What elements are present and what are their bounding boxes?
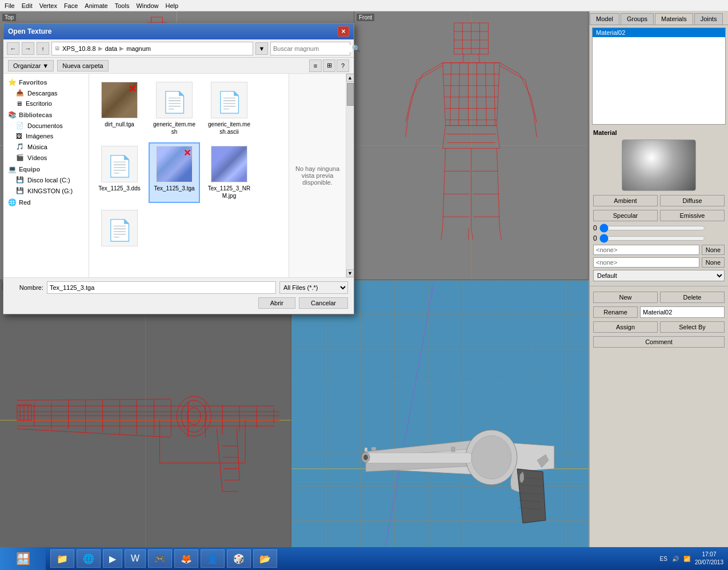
- tab-groups[interactable]: Groups: [621, 13, 654, 25]
- organizar-button[interactable]: Organizar ▼: [8, 60, 54, 71]
- right-panel: Model Groups Materials Joints Material02…: [589, 11, 728, 570]
- file-item-generic[interactable]: 📄: [94, 206, 145, 252]
- assign-button[interactable]: Assign: [593, 321, 658, 333]
- nav-escritorio[interactable]: 🖥 Escritorio: [3, 98, 89, 109]
- taskbar-app-media[interactable]: ▶: [103, 549, 122, 568]
- scroll-up-button[interactable]: ▲: [346, 74, 354, 82]
- menu-animate[interactable]: Animate: [85, 2, 107, 9]
- filetype-dropdown[interactable]: All Files (*.*): [279, 281, 348, 294]
- svg-line-85: [423, 63, 443, 74]
- diffuse-button[interactable]: Diffuse: [660, 195, 725, 206]
- none-input-2[interactable]: [593, 257, 699, 268]
- default-dropdown[interactable]: Default: [593, 270, 725, 281]
- menu-file[interactable]: File: [5, 2, 15, 9]
- help-btn[interactable]: ?: [337, 59, 349, 72]
- tab-model[interactable]: Model: [590, 13, 619, 25]
- scroll-track[interactable]: [346, 82, 354, 269]
- svg-line-88: [519, 74, 531, 97]
- up-button[interactable]: ↑: [37, 42, 49, 55]
- svg-line-84: [534, 114, 537, 137]
- material-item[interactable]: Material02: [593, 28, 725, 37]
- file-item-tga[interactable]: Tex_1125_3.tga: [149, 142, 200, 203]
- scroll-thumb[interactable]: [347, 83, 354, 106]
- ambient-button[interactable]: Ambient: [593, 195, 658, 206]
- menu-face[interactable]: Face: [64, 2, 78, 9]
- nueva-carpeta-button[interactable]: Nueva carpeta: [57, 60, 109, 71]
- file-item-dirt[interactable]: dirt_null.tga: [94, 78, 145, 139]
- view-grid-btn[interactable]: ⊞: [323, 59, 335, 72]
- open-button[interactable]: Abrir: [258, 297, 295, 309]
- viewport-top-right[interactable]: Front: [354, 11, 589, 280]
- path-dropdown-btn[interactable]: ▼: [255, 42, 268, 55]
- search-input[interactable]: [273, 45, 352, 52]
- nav-disco-local[interactable]: 💾 Disco local (C:): [3, 174, 89, 185]
- file-thumbnail-ascii: 📄: [211, 82, 247, 118]
- svg-line-62: [494, 63, 495, 126]
- file-item-ascii[interactable]: 📄 generic_item.mesh.ascii: [203, 78, 255, 139]
- path-part-3[interactable]: magnum: [126, 45, 151, 52]
- language-indicator: ES: [660, 556, 667, 562]
- start-button[interactable]: 🪟: [0, 547, 46, 570]
- material-list: Material02: [592, 27, 726, 125]
- tab-materials[interactable]: Materials: [655, 13, 693, 25]
- none-button-2[interactable]: None: [702, 257, 725, 268]
- tab-bar: Model Groups Materials Joints: [590, 11, 728, 25]
- slider1[interactable]: [599, 225, 705, 232]
- filename-input[interactable]: [47, 281, 276, 294]
- cancel-button[interactable]: Cancelar: [299, 297, 348, 309]
- emissive-button[interactable]: Emissive: [660, 210, 725, 221]
- nav-kingston[interactable]: 💾 KINGSTON (G:): [3, 185, 89, 196]
- none-input-1[interactable]: [593, 245, 699, 255]
- path-part-2[interactable]: data: [105, 45, 117, 52]
- forward-button[interactable]: →: [22, 42, 34, 55]
- taskbar-app-explorer[interactable]: 📁: [50, 549, 74, 568]
- file-item-dds[interactable]: 📄 Tex_1125_3.dds: [94, 142, 145, 203]
- slider2-label: 0: [593, 234, 597, 242]
- select-by-button[interactable]: Select By: [660, 321, 725, 333]
- taskbar-app-user[interactable]: 👤: [201, 549, 225, 568]
- taskbar-app-3d[interactable]: 🎲: [227, 549, 251, 568]
- app-body: Top: [0, 11, 728, 570]
- browser2-icon: 🦊: [181, 553, 192, 564]
- view-details-btn[interactable]: ≡: [309, 59, 322, 72]
- rename-input[interactable]: [640, 306, 725, 318]
- file-item-mesh[interactable]: 📄 generic_item.mesh: [149, 78, 200, 139]
- back-button[interactable]: ←: [7, 42, 19, 55]
- descargas-icon: 📥: [16, 89, 24, 97]
- nav-imagenes[interactable]: 🖼 Imágenes: [3, 131, 89, 141]
- none-button-1[interactable]: None: [702, 245, 725, 255]
- delete-button[interactable]: Delete: [660, 292, 725, 303]
- dialog-toolbar: ← → ↑ 🖥 XPS_10.8.8 ▶ data ▶ magnum ▼ 🔍: [3, 39, 354, 58]
- comment-button[interactable]: Comment: [593, 336, 725, 348]
- imagenes-icon: 🖼: [16, 133, 22, 139]
- scroll-down-button[interactable]: ▼: [346, 269, 354, 277]
- ambient-diffuse-row: Ambient Diffuse: [590, 193, 728, 208]
- new-button[interactable]: New: [593, 292, 658, 303]
- file-item-nrm[interactable]: Tex_1125_3_NRM.jpg: [203, 142, 255, 203]
- taskbar-app-word[interactable]: W: [125, 549, 146, 568]
- menu-help[interactable]: Help: [166, 2, 179, 9]
- taskbar-app-files[interactable]: 📂: [253, 549, 277, 568]
- menu-vertex[interactable]: Vertex: [39, 2, 57, 9]
- nav-videos[interactable]: 🎬 Vídeos: [3, 152, 89, 163]
- nav-musica[interactable]: 🎵 Música: [3, 141, 89, 152]
- dialog-close-button[interactable]: ×: [338, 26, 349, 37]
- taskbar-app-browser2[interactable]: 🦊: [174, 549, 198, 568]
- rename-button[interactable]: Rename: [593, 306, 638, 318]
- nav-documentos[interactable]: 📄 Documentos: [3, 120, 89, 131]
- taskbar-app-xps[interactable]: 🎮: [148, 549, 172, 568]
- menu-edit[interactable]: Edit: [22, 2, 33, 9]
- specular-button[interactable]: Specular: [593, 210, 658, 221]
- slider2[interactable]: [599, 235, 705, 242]
- path-part-1[interactable]: XPS_10.8.8: [62, 45, 96, 52]
- search-box: 🔍: [270, 42, 350, 55]
- nav-section-bibliotecas: 📚 Bibliotecas: [3, 109, 89, 120]
- taskbar-clock[interactable]: 17:07 20/07/2013: [695, 551, 723, 567]
- nav-descargas[interactable]: 📥 Descargas: [3, 87, 89, 98]
- menu-window[interactable]: Window: [136, 2, 158, 9]
- taskbar-app-chrome[interactable]: 🌐: [77, 549, 101, 568]
- tab-joints[interactable]: Joints: [694, 13, 723, 25]
- taskbar-right: ES 🔊 📶 17:07 20/07/2013: [655, 551, 728, 567]
- svg-line-86: [499, 63, 519, 74]
- menu-tools[interactable]: Tools: [115, 2, 130, 9]
